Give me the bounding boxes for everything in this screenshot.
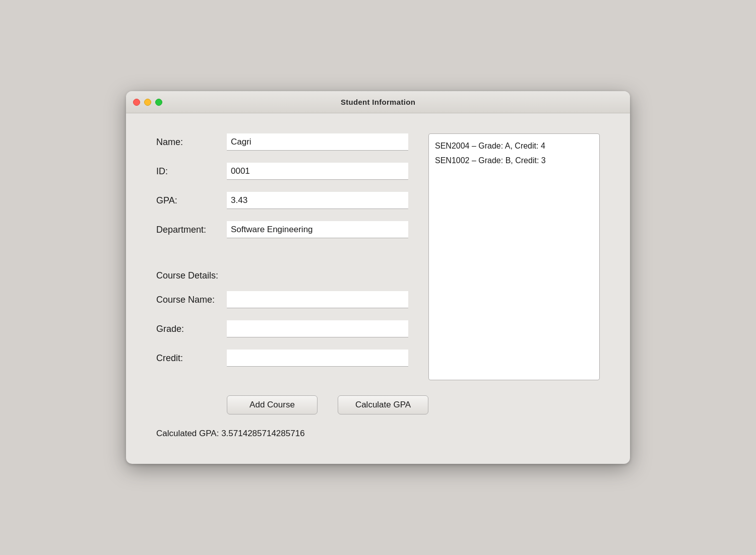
name-row: Name: — [156, 133, 408, 151]
spacer — [156, 250, 408, 270]
left-panel: Name: ID: GPA: Department: — [156, 133, 408, 380]
name-label: Name: — [156, 137, 227, 148]
gpa-label: GPA: — [156, 195, 227, 206]
department-row: Department: — [156, 221, 408, 238]
grade-row: Grade: — [156, 320, 408, 337]
gpa-input[interactable] — [227, 192, 408, 209]
list-item: SEN1002 – Grade: B, Credit: 3 — [435, 154, 593, 168]
id-row: ID: — [156, 163, 408, 180]
buttons-row: Add Course Calculate GPA — [156, 395, 600, 414]
window-title: Student Information — [341, 98, 415, 106]
gpa-row: GPA: — [156, 192, 408, 209]
grade-label: Grade: — [156, 324, 227, 334]
department-input[interactable] — [227, 221, 408, 238]
credit-input[interactable] — [227, 350, 408, 367]
list-item: SEN2004 – Grade: A, Credit: 4 — [435, 139, 593, 154]
right-panel: SEN2004 – Grade: A, Credit: 4SEN1002 – G… — [428, 133, 600, 380]
add-course-button[interactable]: Add Course — [227, 395, 318, 414]
calculate-gpa-button[interactable]: Calculate GPA — [338, 395, 428, 414]
course-details-label: Course Details: — [156, 270, 408, 281]
content-area: Name: ID: GPA: Department: — [126, 113, 630, 464]
name-input[interactable] — [227, 133, 408, 151]
minimize-button[interactable] — [144, 99, 151, 106]
id-label: ID: — [156, 166, 227, 177]
department-label: Department: — [156, 225, 227, 235]
course-name-row: Course Name: — [156, 291, 408, 308]
course-name-label: Course Name: — [156, 295, 227, 305]
grade-input[interactable] — [227, 320, 408, 337]
course-name-input[interactable] — [227, 291, 408, 308]
maximize-button[interactable] — [155, 99, 162, 106]
calculated-gpa-row: Calculated GPA: 3.5714285714285716 — [156, 429, 600, 439]
main-window: Student Information Name: ID: GPA: — [126, 91, 630, 464]
window-controls — [133, 99, 162, 106]
credit-row: Credit: — [156, 350, 408, 367]
credit-label: Credit: — [156, 353, 227, 364]
title-bar: Student Information — [126, 91, 630, 113]
calculated-gpa-text: Calculated GPA: 3.5714285714285716 — [156, 429, 305, 438]
course-list-box: SEN2004 – Grade: A, Credit: 4SEN1002 – G… — [428, 133, 600, 380]
main-layout: Name: ID: GPA: Department: — [156, 133, 600, 380]
close-button[interactable] — [133, 99, 140, 106]
id-input[interactable] — [227, 163, 408, 180]
